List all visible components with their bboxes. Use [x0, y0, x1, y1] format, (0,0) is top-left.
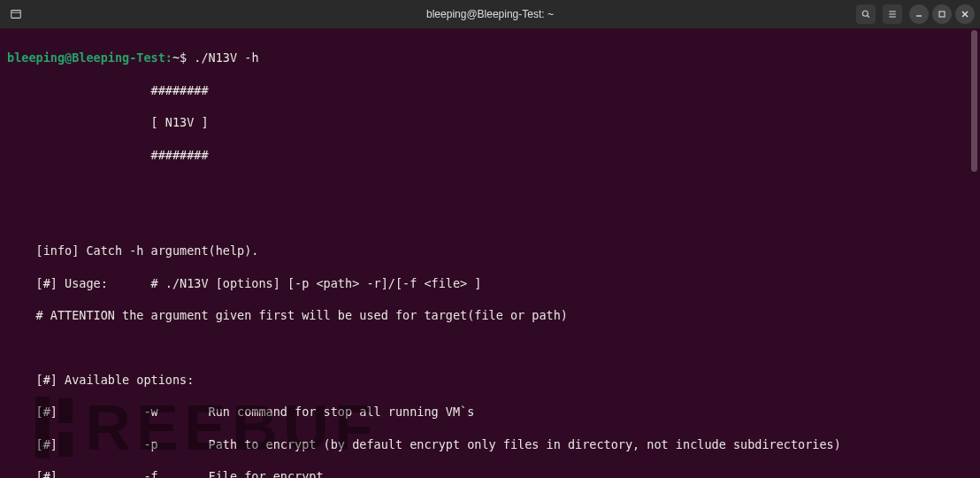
command-text: ./N13V -h: [194, 50, 258, 65]
titlebar-right-group: [856, 4, 975, 24]
output-line: [7, 211, 973, 227]
output-line: [#] -w Run command for stop all running …: [7, 404, 973, 420]
window-titlebar: bleeping@Bleeping-Test: ~: [0, 0, 980, 28]
prompt-path: ~: [172, 50, 180, 65]
scrollbar-thumb[interactable]: [971, 30, 977, 172]
search-button[interactable]: [856, 4, 876, 24]
maximize-button[interactable]: [932, 4, 952, 24]
banner-line: ########: [7, 147, 973, 163]
banner-line: [ N13V ]: [7, 114, 973, 130]
close-button[interactable]: [955, 4, 975, 24]
banner-line: ########: [7, 82, 973, 98]
terminal-scrollbar[interactable]: [969, 28, 978, 476]
output-line: [#] -f File for encrypt: [7, 468, 973, 478]
hamburger-menu-button[interactable]: [883, 4, 902, 24]
minimize-button[interactable]: [909, 4, 929, 24]
output-line: [info] Catch -h argument(help).: [7, 243, 973, 258]
prompt-symbol: $: [180, 50, 187, 65]
svg-line-3: [868, 16, 869, 18]
prompt-userhost: bleeping@Bleeping-Test:: [7, 50, 172, 65]
output-line: [#] -p Path to encrypt (by default encry…: [7, 436, 973, 452]
svg-rect-0: [11, 11, 21, 19]
svg-rect-8: [939, 12, 945, 17]
window-title: bleeping@Bleeping-Test: ~: [426, 8, 554, 20]
new-tab-button[interactable]: [5, 4, 27, 25]
output-line: [#] Usage: # ./N13V [options] [-p <path>…: [7, 275, 973, 291]
watermark-logo: REEBUF: [35, 385, 379, 471]
output-line: [7, 179, 973, 195]
watermark-text: REEBUF: [85, 385, 379, 471]
output-line: [7, 340, 973, 356]
titlebar-left-group: [5, 4, 27, 25]
svg-point-2: [862, 11, 868, 16]
terminal-output[interactable]: bleeping@Bleeping-Test:~$ ./N13V -h ####…: [0, 28, 980, 478]
output-line: [#] Available options:: [7, 372, 973, 388]
output-line: # ATTENTION the argument given first wil…: [7, 307, 973, 323]
